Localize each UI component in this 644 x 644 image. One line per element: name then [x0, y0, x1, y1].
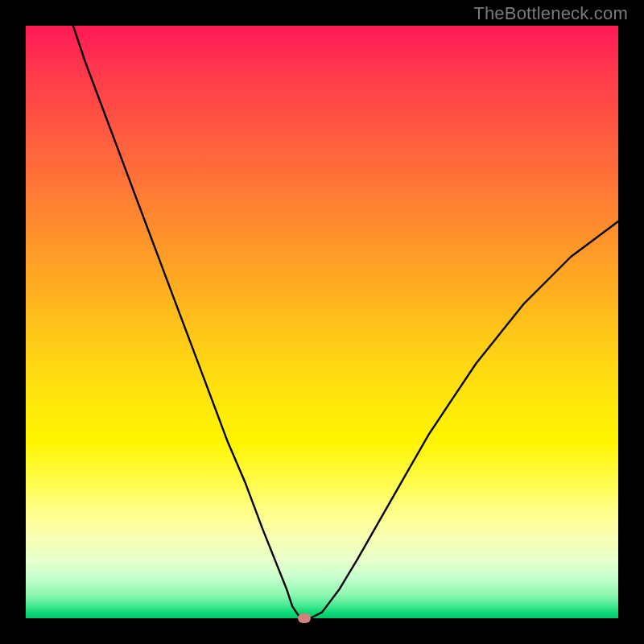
minimum-marker: [298, 613, 311, 623]
plot-area: [26, 26, 618, 618]
curve-svg: [26, 26, 618, 618]
watermark-text: TheBottleneck.com: [473, 3, 628, 24]
outer-frame: TheBottleneck.com: [0, 0, 644, 644]
bottleneck-curve: [73, 26, 618, 618]
